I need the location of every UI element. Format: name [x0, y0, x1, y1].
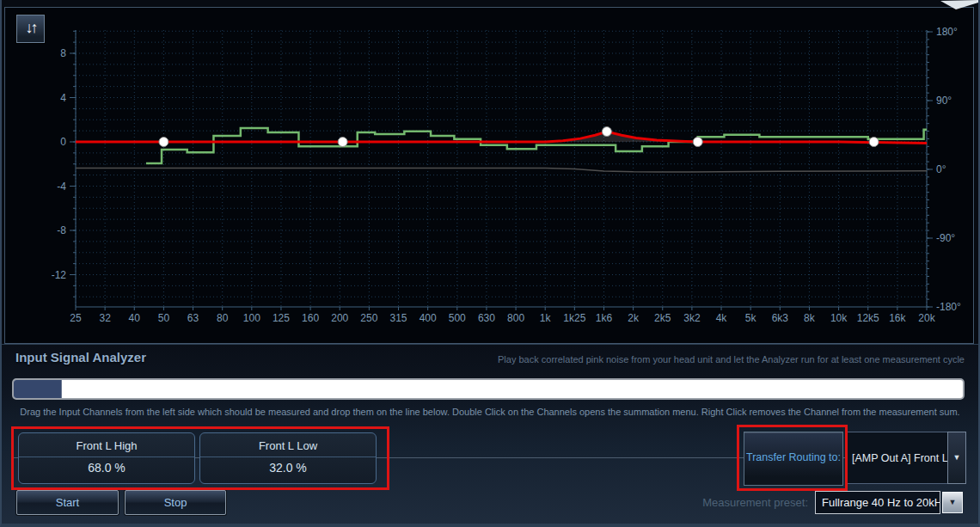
freq-tick-label: 40 [129, 312, 141, 324]
swap-axis-icon[interactable]: ↓↑ [16, 15, 45, 43]
db-tick-label: 4 [60, 92, 66, 104]
freq-tick-label: 50 [158, 312, 170, 324]
eq-control-point[interactable] [869, 138, 879, 147]
eq-control-point[interactable] [159, 138, 168, 147]
phase-tick-label: 90° [936, 95, 952, 107]
phase-curve [76, 168, 927, 172]
drag-instruction-text: Drag the Input Channels from the left si… [0, 407, 980, 417]
freq-tick-label: 125 [273, 312, 290, 324]
freq-tick-label: 5k [745, 312, 757, 324]
freq-tick-label: 630 [478, 312, 495, 324]
measurement-preset-dropdown[interactable]: Fullrange 40 Hz to 20kHz [815, 491, 940, 514]
measurement-progress-bar [12, 378, 965, 400]
freq-tick-label: 315 [390, 312, 407, 324]
freq-tick-label: 63 [187, 312, 199, 324]
db-tick-label: -12 [52, 269, 67, 281]
freq-tick-label: 800 [507, 312, 524, 324]
eq-control-point[interactable] [693, 138, 702, 147]
freq-tick-label: 25 [70, 312, 82, 324]
freq-tick-label: 250 [360, 312, 377, 324]
routing-target-dropdown[interactable]: [AMP Out A] Front L H [848, 432, 947, 484]
eq-control-point[interactable] [602, 127, 611, 137]
freq-tick-label: 32 [99, 312, 111, 324]
db-tick-label: -8 [57, 224, 66, 236]
freq-tick-label: 2k [628, 312, 640, 324]
freq-tick-label: 6k3 [772, 312, 789, 324]
channel-name: Front L High [19, 433, 194, 457]
freq-tick-label: 200 [331, 312, 348, 324]
frequency-response-chart[interactable]: 840-4-8-12180°90°0°-90°-180°253240506380… [0, 0, 980, 344]
freq-tick-label: 160 [302, 312, 319, 324]
stop-button[interactable]: Stop [125, 490, 226, 515]
freq-tick-label: 3k2 [683, 312, 701, 324]
panel-title: Input Signal Analyzer [15, 350, 146, 365]
db-tick-label: 8 [60, 47, 66, 59]
phase-tick-label: -90° [936, 232, 955, 244]
channel-box-front-l-low[interactable]: Front L Low 32.0 % [199, 432, 377, 484]
start-button[interactable]: Start [16, 490, 119, 515]
freq-tick-label: 100 [243, 312, 260, 324]
db-tick-label: -4 [57, 181, 66, 193]
freq-tick-label: 1k [540, 312, 552, 324]
channel-name: Front L Low [200, 433, 376, 457]
freq-tick-label: 12k5 [857, 312, 879, 324]
transfer-routing-button[interactable]: Transfer Routing to: [744, 432, 843, 486]
channel-box-front-l-high[interactable]: Front L High 68.0 % [18, 432, 195, 484]
panel-hint-text: Play back correlated pink noise from you… [498, 354, 965, 365]
freq-tick-label: 500 [449, 312, 466, 324]
measurement-preset-label: Measurement preset: [671, 496, 808, 509]
channel-percentage: 68.0 % [19, 457, 194, 480]
window-corner-glyph [939, 0, 980, 10]
freq-tick-label: 400 [420, 312, 437, 324]
eq-control-point[interactable] [338, 138, 347, 147]
freq-tick-label: 1k6 [596, 312, 613, 324]
channel-percentage: 32.0 % [200, 457, 376, 480]
freq-tick-label: 20k [918, 312, 935, 324]
freq-tick-label: 16k [889, 312, 906, 324]
freq-tick-label: 1k25 [563, 312, 585, 324]
phase-tick-label: -180° [936, 301, 961, 313]
freq-tick-label: 8k [804, 312, 816, 324]
preset-dropdown-arrow-icon[interactable]: ▼ [942, 492, 963, 513]
freq-tick-label: 2k5 [654, 312, 671, 324]
freq-tick-label: 4k [716, 312, 728, 324]
axes [70, 30, 933, 310]
freq-tick-label: 80 [217, 312, 229, 324]
progress-fill [14, 380, 62, 398]
phase-tick-label: 0° [936, 163, 946, 175]
phase-tick-label: 180° [936, 26, 958, 38]
routing-dropdown-arrow-icon[interactable]: ▼ [947, 432, 966, 484]
freq-tick-label: 10k [830, 312, 848, 324]
db-tick-label: 0 [60, 136, 66, 148]
